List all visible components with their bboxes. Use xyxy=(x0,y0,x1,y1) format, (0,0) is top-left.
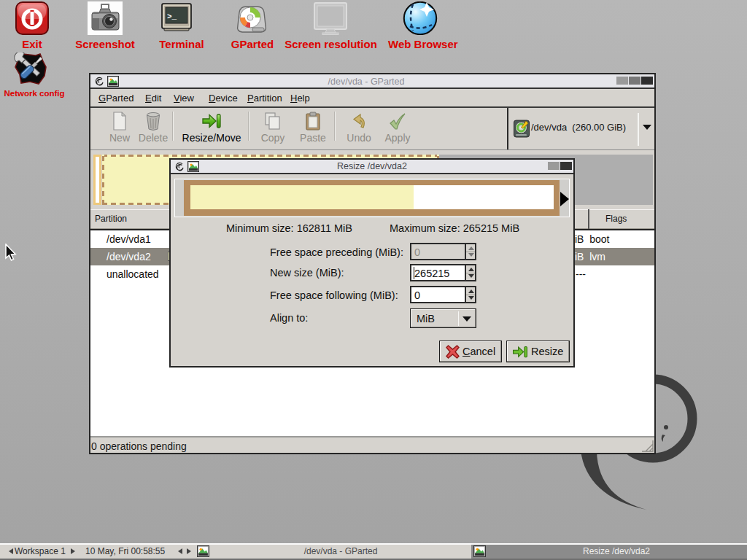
svg-text:>_: >_ xyxy=(167,12,177,21)
